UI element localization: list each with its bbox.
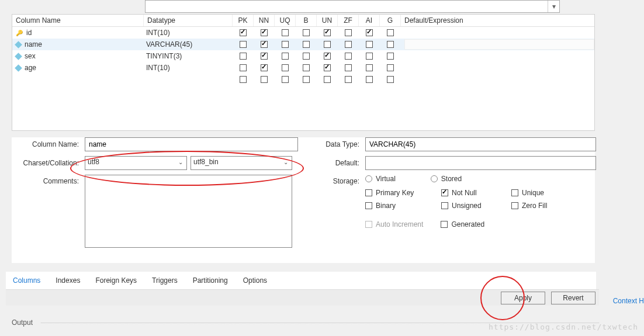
cell-column-name[interactable]: 🔑id [12, 29, 144, 37]
cell-column-name[interactable]: sex [12, 52, 144, 60]
pk-checkbox[interactable] [240, 76, 247, 83]
b-checkbox[interactable] [303, 76, 310, 83]
header-nn[interactable]: NN [254, 15, 275, 26]
b-checkbox[interactable] [303, 64, 310, 71]
g-checkbox[interactable] [387, 64, 394, 71]
header-default[interactable]: Default/Expression [401, 15, 513, 26]
zf-checkbox[interactable] [345, 41, 352, 48]
header-un[interactable]: UN [317, 15, 338, 26]
label-unsigned: Unsigned [452, 202, 482, 210]
watermark: https://blog.csdn.net/txwtech [489, 323, 638, 331]
revert-button[interactable]: Revert [551, 292, 595, 304]
ai-checkbox[interactable] [366, 41, 373, 48]
uq-checkbox[interactable] [282, 64, 289, 71]
ai-checkbox[interactable] [366, 53, 373, 60]
header-datatype[interactable]: Datatype [144, 15, 233, 26]
pk-checkbox[interactable] [240, 53, 247, 60]
nn-checkbox[interactable] [261, 64, 268, 71]
header-b[interactable]: B [296, 15, 317, 26]
ai-checkbox[interactable] [366, 29, 373, 36]
un-checkbox[interactable] [324, 29, 331, 36]
cell-datatype[interactable]: VARCHAR(45) [144, 40, 233, 49]
nn-checkbox[interactable] [261, 41, 268, 48]
tab-partitioning[interactable]: Partitioning [191, 275, 230, 286]
cell-default[interactable] [401, 39, 594, 50]
ai-checkbox[interactable] [366, 76, 373, 83]
uq-checkbox[interactable] [282, 76, 289, 83]
primary-key-checkbox[interactable] [365, 189, 372, 196]
table-row[interactable]: ageINT(10) [12, 62, 594, 74]
chevron-down-icon: ⌄ [178, 159, 183, 165]
table-row[interactable]: sexTINYINT(3) [12, 50, 594, 62]
un-checkbox[interactable] [324, 76, 331, 83]
tab-columns[interactable]: Columns [11, 275, 43, 286]
pk-checkbox[interactable] [240, 29, 247, 36]
un-checkbox[interactable] [324, 53, 331, 60]
table-row[interactable]: 🔑idINT(10) [12, 27, 594, 39]
header-column-name[interactable]: Column Name [12, 15, 144, 26]
column-name-input[interactable] [85, 137, 298, 151]
uq-checkbox[interactable] [282, 41, 289, 48]
schema-dropdown[interactable]: ▾ [145, 0, 560, 13]
g-checkbox[interactable] [387, 53, 394, 60]
collation-select[interactable]: utf8_bin ⌄ [191, 156, 292, 170]
chevron-down-icon[interactable]: ▾ [548, 1, 559, 12]
charset-select[interactable]: utf8 ⌄ [85, 156, 187, 170]
un-checkbox[interactable] [324, 41, 331, 48]
table-row-empty[interactable] [12, 74, 594, 85]
nn-checkbox[interactable] [261, 76, 268, 83]
cell-column-name[interactable]: age [12, 64, 144, 72]
label-binary: Binary [376, 202, 396, 210]
zf-checkbox[interactable] [345, 64, 352, 71]
unique-checkbox[interactable] [511, 189, 518, 196]
g-checkbox[interactable] [387, 29, 394, 36]
default-input[interactable] [365, 156, 596, 170]
label-column-name: Column Name: [12, 140, 85, 148]
g-checkbox[interactable] [387, 41, 394, 48]
generated-checkbox[interactable] [441, 221, 448, 228]
comments-textarea[interactable] [85, 175, 292, 248]
cell-datatype[interactable]: INT(10) [144, 64, 233, 72]
cell-column-name[interactable]: name [12, 40, 144, 49]
zf-checkbox[interactable] [345, 76, 352, 83]
header-pk[interactable]: PK [233, 15, 254, 26]
auto-increment-checkbox[interactable] [365, 221, 372, 228]
cell-datatype[interactable]: TINYINT(3) [144, 52, 233, 60]
cell-pk [233, 29, 254, 36]
pk-checkbox[interactable] [240, 41, 247, 48]
uq-checkbox[interactable] [282, 53, 289, 60]
nn-checkbox[interactable] [261, 53, 268, 60]
tab-foreign-keys[interactable]: Foreign Keys [93, 275, 139, 286]
zero-fill-checkbox[interactable] [511, 202, 518, 209]
context-help-link[interactable]: Context H [613, 297, 644, 305]
b-checkbox[interactable] [303, 41, 310, 48]
tab-triggers[interactable]: Triggers [150, 275, 180, 286]
cell-datatype[interactable]: INT(10) [144, 29, 233, 37]
uq-checkbox[interactable] [282, 29, 289, 36]
header-ai[interactable]: AI [359, 15, 380, 26]
zf-checkbox[interactable] [345, 29, 352, 36]
binary-checkbox[interactable] [365, 202, 372, 209]
nn-checkbox[interactable] [261, 29, 268, 36]
label-default: Default: [310, 159, 365, 167]
header-g[interactable]: G [380, 15, 401, 26]
zf-checkbox[interactable] [345, 53, 352, 60]
b-checkbox[interactable] [303, 29, 310, 36]
ai-checkbox[interactable] [366, 64, 373, 71]
header-zf[interactable]: ZF [338, 15, 359, 26]
header-uq[interactable]: UQ [275, 15, 296, 26]
tab-options[interactable]: Options [241, 275, 269, 286]
column-name-text: age [25, 64, 36, 72]
tab-indexes[interactable]: Indexes [53, 275, 82, 286]
un-checkbox[interactable] [324, 64, 331, 71]
not-null-checkbox[interactable] [441, 189, 448, 196]
data-type-input[interactable] [365, 137, 596, 151]
virtual-radio[interactable] [365, 175, 372, 182]
table-row[interactable]: nameVARCHAR(45) [12, 39, 594, 50]
unsigned-checkbox[interactable] [441, 202, 448, 209]
apply-button[interactable]: Apply [501, 292, 545, 304]
b-checkbox[interactable] [303, 53, 310, 60]
pk-checkbox[interactable] [240, 64, 247, 71]
stored-radio[interactable] [431, 175, 438, 182]
g-checkbox[interactable] [387, 76, 394, 83]
